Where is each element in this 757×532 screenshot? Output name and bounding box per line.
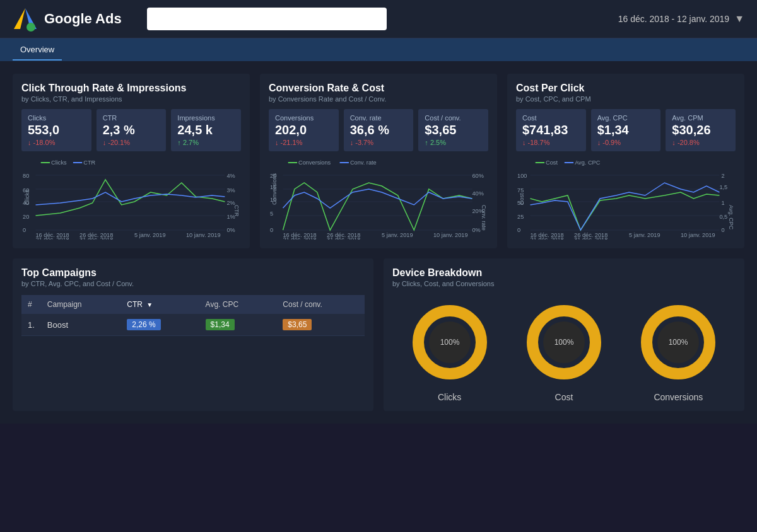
ctr-impressions-chart: Clicks CTR 80 60 40 20 0 4% 3% 2% 1% 0%: [21, 158, 241, 240]
table-row: 1. Boost 2,26 % $1,34 $3,65: [21, 314, 365, 336]
conversions-change: ↓ -21.1%: [275, 139, 332, 146]
row-ctr: 2,26 %: [120, 314, 199, 336]
bottom-row: Top Campaigns by CTR, Avg. CPC, and Cost…: [13, 258, 744, 411]
clicks-card: Clicks 553,0 ↓ -18.0%: [21, 109, 91, 151]
conv-cost-chart: Conversions Conv. rate 20 15 10 5 0 60% …: [269, 158, 488, 240]
cost-conv-value: $3,65: [425, 123, 482, 137]
clicks-donut-item: 100% Clicks: [409, 301, 491, 402]
svg-text:0: 0: [23, 227, 26, 233]
ctr-impressions-cards: Clicks 553,0 ↓ -18.0% CTR 2,3 % ↓ -20.1%…: [21, 109, 241, 151]
top-campaigns-subtitle: by CTR, Avg. CPC, and Cost / Conv.: [21, 280, 365, 287]
avg-cpm-label: Avg. CPM: [672, 114, 729, 122]
clicks-donut-chart: 100%: [409, 301, 491, 383]
chevron-down-icon: ▼: [734, 13, 744, 25]
ctr-impressions-title: Click Through Rate & Impressions: [21, 83, 241, 94]
svg-text:Conversions: Conversions: [271, 173, 278, 205]
svg-text:100%: 100%: [440, 338, 459, 347]
conversions-label: Conversions: [275, 114, 332, 122]
search-input[interactable]: [147, 8, 387, 30]
ctr-label: CTR: [103, 114, 160, 122]
svg-text:21 déc. 2018: 21 déc. 2018: [531, 236, 564, 240]
svg-text:Avg. CPC: Avg. CPC: [728, 205, 734, 230]
svg-point-4: [26, 23, 35, 32]
ctr-value: 2,3 %: [103, 123, 160, 137]
device-breakdown-subtitle: by Clicks, Cost, and Conversions: [392, 280, 736, 287]
cost-value: $741,83: [522, 123, 580, 137]
svg-text:0: 0: [517, 227, 520, 233]
main-content: Click Through Rate & Impressions by Clic…: [0, 61, 757, 424]
conv-rate-change: ↓ -3.7%: [350, 139, 408, 146]
svg-text:CTR: CTR: [83, 159, 95, 166]
col-num: #: [21, 295, 41, 314]
svg-text:31 déc. 2018: 31 déc. 2018: [79, 236, 113, 240]
google-ads-logo-icon: [13, 6, 38, 32]
clicks-value: 553,0: [28, 123, 85, 137]
avg-cpc-change: ↓ -0.9%: [597, 139, 655, 146]
metrics-row: Click Through Rate & Impressions by Clic…: [13, 74, 744, 248]
conversions-card: Conversions 202,0 ↓ -21.1%: [269, 109, 339, 151]
col-cost-conv: Cost / conv.: [276, 295, 365, 314]
nav-bar: Overview: [0, 38, 757, 61]
row-cost-conv: $3,65: [276, 314, 365, 336]
cost-card: Cost $741,83 ↓ -18.7%: [516, 109, 586, 151]
conversions-donut-item: 100% Conversions: [637, 301, 719, 402]
cpc-subtitle: by Cost, CPC, and CPM: [516, 95, 736, 103]
svg-text:Cost: Cost: [546, 159, 558, 166]
svg-text:5: 5: [270, 211, 273, 217]
svg-text:31 déc. 2018: 31 déc. 2018: [574, 236, 607, 240]
avg-cpm-value: $30,26: [672, 123, 729, 137]
ctr-impressions-section: Click Through Rate & Impressions by Clic…: [13, 74, 250, 248]
svg-text:75: 75: [517, 187, 524, 194]
impressions-value: 24,5 k: [177, 123, 235, 137]
col-campaign: Campaign: [41, 295, 121, 314]
nav-item-overview[interactable]: Overview: [13, 40, 62, 61]
svg-text:1: 1: [721, 200, 724, 206]
svg-text:2: 2: [721, 173, 724, 179]
svg-text:10 janv. 2019: 10 janv. 2019: [681, 232, 715, 238]
ctr-change: ↓ -20.1%: [103, 139, 160, 146]
cost-conv-label: Cost / conv.: [425, 114, 482, 122]
svg-text:Conv. rate: Conv. rate: [350, 159, 377, 166]
avg-cpc-label: Avg. CPC: [597, 114, 655, 122]
avg-cpm-change: ↓ -20.8%: [672, 139, 729, 146]
svg-text:21 déc. 2018: 21 déc. 2018: [36, 236, 69, 240]
svg-text:25: 25: [517, 214, 524, 220]
sort-icon: ▼: [146, 301, 153, 308]
header: Google Ads 16 déc. 2018 - 12 janv. 2019 …: [0, 0, 757, 38]
cpc-cards: Cost $741,83 ↓ -18.7% Avg. CPC $1,34 ↓ -…: [516, 109, 736, 151]
avg-cpm-card: Avg. CPM $30,26 ↓ -20.8%: [666, 109, 736, 151]
svg-text:Conversions: Conversions: [298, 159, 331, 166]
svg-text:0,5: 0,5: [719, 214, 727, 220]
cpc-title: Cost Per Click: [516, 83, 736, 94]
svg-text:Clicks: Clicks: [51, 159, 67, 166]
device-breakdown-title: Device Breakdown: [392, 267, 736, 279]
impressions-label: Impressions: [177, 114, 235, 122]
cpc-section: Cost Per Click by Cost, CPC, and CPM Cos…: [507, 74, 744, 248]
conv-rate-value: 36,6 %: [350, 123, 408, 137]
conv-cost-subtitle: by Conversions Rate and Cost / Conv.: [269, 95, 488, 103]
col-ctr[interactable]: CTR ▼: [120, 295, 199, 314]
svg-text:0: 0: [270, 227, 273, 233]
conv-rate-card: Conv. rate 36,6 % ↓ -3.7%: [344, 109, 414, 151]
campaigns-table: # Campaign CTR ▼ Avg. CPC Cost / conv. 1…: [21, 295, 365, 336]
clicks-donut-label: Clicks: [438, 392, 461, 402]
svg-text:Avg. CPC: Avg. CPC: [575, 159, 601, 166]
conv-cost-section: Conversion Rate & Cost by Conversions Ra…: [260, 74, 497, 248]
svg-text:0%: 0%: [226, 227, 235, 233]
impressions-card: Impressions 24,5 k ↑ 2.7%: [171, 109, 241, 151]
conv-cost-title: Conversion Rate & Cost: [269, 83, 488, 94]
svg-text:100%: 100%: [555, 338, 574, 347]
conv-rate-label: Conv. rate: [350, 114, 408, 122]
svg-text:20: 20: [23, 214, 29, 220]
date-range[interactable]: 16 déc. 2018 - 12 janv. 2019 ▼: [618, 13, 744, 25]
cost-conv-change: ↑ 2.5%: [425, 139, 482, 146]
clicks-change: ↓ -18.0%: [28, 139, 85, 146]
svg-text:10 janv. 2019: 10 janv. 2019: [186, 232, 221, 238]
avg-cpc-card: Avg. CPC $1,34 ↓ -0.9%: [591, 109, 661, 151]
svg-text:60%: 60%: [472, 173, 483, 179]
svg-text:1,5: 1,5: [719, 184, 727, 190]
avg-cpc-value: $1,34: [597, 123, 655, 137]
logo-area: Google Ads: [13, 6, 122, 32]
cost-label: Cost: [522, 114, 580, 122]
conv-cost-cards: Conversions 202,0 ↓ -21.1% Conv. rate 36…: [269, 109, 488, 151]
